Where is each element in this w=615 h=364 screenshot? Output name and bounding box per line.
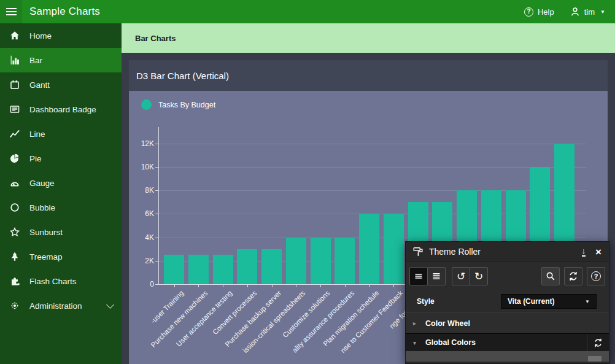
sidebar-item-pie[interactable]: Pie: [0, 146, 122, 171]
section-color-wheel[interactable]: ▸ Color Wheel: [406, 312, 609, 333]
x-axis-label: Convert processes: [211, 289, 258, 336]
redo-icon: ↻: [474, 271, 483, 282]
sidebar-item-label: Dashboard Badge: [29, 105, 113, 114]
x-axis-tick: [393, 284, 394, 287]
gridline: [158, 167, 586, 168]
bar[interactable]: [311, 238, 331, 284]
redo-button[interactable]: ↻: [470, 267, 488, 285]
sidebar-item-line[interactable]: Line: [0, 122, 122, 146]
color-swatch[interactable]: [588, 356, 601, 362]
user-menu-button[interactable]: tim ▼: [570, 7, 605, 17]
section-label: Global Colors: [425, 338, 587, 347]
line-chart-icon: [9, 129, 21, 139]
help-icon: ?: [591, 271, 601, 281]
sidebar-item-label: Bar: [29, 56, 113, 65]
global-colors-refresh-button[interactable]: [587, 334, 609, 351]
chevron-down-icon: ▾: [413, 339, 420, 346]
y-axis-label: 12K: [129, 140, 154, 147]
x-axis-tick: [272, 284, 273, 287]
sidebar-item-label: Pie: [29, 154, 113, 163]
paint-roller-icon: [413, 247, 424, 257]
undo-icon: ↺: [457, 271, 465, 282]
section-global-colors[interactable]: ▾ Global Colors: [406, 333, 609, 351]
sidebar-item-label: Administration: [29, 301, 107, 311]
theme-roller-titlebar[interactable]: Theme Roller ↓ ×: [406, 242, 609, 262]
help-button[interactable]: ?: [587, 267, 605, 285]
sidebar-item-treemap[interactable]: Treemap: [0, 244, 122, 269]
sidebar-item-bubble[interactable]: Bubble: [0, 195, 122, 220]
style-row: Style Vita (Current) ▼: [406, 290, 609, 312]
bar[interactable]: [384, 214, 404, 284]
hamburger-menu-button[interactable]: [0, 0, 22, 23]
sidebar-item-label: Gantt: [29, 80, 113, 90]
y-axis-label: 10K: [129, 163, 154, 171]
gantt-icon: [9, 80, 21, 90]
bar[interactable]: [335, 238, 355, 284]
sidebar-item-label: Line: [29, 130, 113, 139]
sidebar-item-sunburst[interactable]: Sunburst: [0, 220, 122, 244]
treemap-icon: [9, 252, 21, 261]
x-axis-tick: [174, 284, 175, 287]
y-axis-label: 0: [129, 281, 154, 288]
sidebar-item-label: Gauge: [29, 179, 113, 188]
sidebar-item-gauge[interactable]: Gauge: [0, 171, 122, 195]
breadcrumb: Bar Charts: [122, 23, 615, 53]
close-icon[interactable]: ×: [595, 247, 601, 257]
bar[interactable]: [188, 255, 209, 284]
sidebar-item-label: Bubble: [29, 203, 113, 212]
sunburst-icon: [9, 227, 21, 237]
hamburger-menu-icon: [6, 8, 17, 16]
refresh-icon: [594, 338, 603, 347]
bar-chart-icon: [9, 55, 21, 65]
search-button[interactable]: [541, 267, 560, 285]
y-axis-line: [158, 127, 159, 284]
bar[interactable]: [359, 214, 379, 284]
dialog-content-strip: [406, 351, 609, 362]
y-axis-label: 8K: [129, 187, 154, 194]
app-title: Sample Charts: [29, 6, 100, 18]
compact-view-button[interactable]: [409, 267, 428, 285]
bar[interactable]: [164, 255, 184, 284]
theme-roller-toolbar: ↺ ↻ ?: [406, 262, 609, 290]
undo-button[interactable]: ↺: [452, 267, 470, 285]
bar[interactable]: [237, 249, 257, 284]
sidebar-item-label: Treemap: [29, 252, 113, 261]
sidebar-item-administration[interactable]: Administration: [0, 293, 122, 318]
x-axis-tick: [198, 284, 199, 287]
refresh-button[interactable]: [564, 267, 582, 285]
download-icon[interactable]: ↓: [582, 247, 586, 257]
comfortable-view-button[interactable]: [427, 267, 446, 285]
help-button[interactable]: ? Help: [524, 7, 554, 17]
sidebar-item-label: Sunburst: [29, 228, 113, 237]
chevron-right-icon: ▸: [413, 320, 420, 327]
user-icon: [570, 7, 580, 17]
sidebar-item-label: Home: [29, 31, 113, 41]
style-select[interactable]: Vita (Current) ▼: [501, 294, 597, 309]
bubble-icon: [9, 203, 21, 212]
style-label: Style: [417, 297, 435, 306]
sidebar-item-label: Flash Charts: [29, 277, 113, 286]
home-icon: [9, 31, 21, 41]
bar[interactable]: [261, 249, 282, 284]
sidebar-item-flash-charts[interactable]: Flash Charts: [0, 269, 122, 293]
bar[interactable]: [286, 238, 306, 284]
chevron-down-icon: [106, 301, 114, 309]
bar[interactable]: [213, 255, 233, 284]
sidebar-item-gantt[interactable]: Gantt: [0, 72, 122, 97]
sidebar-item-dashboard-badge[interactable]: Dashboard Badge: [0, 97, 122, 122]
y-axis-label: 4K: [129, 234, 154, 241]
gridline: [158, 144, 586, 144]
caret-down-icon: ▼: [585, 299, 590, 304]
sidebar-item-bar[interactable]: Bar: [0, 48, 122, 72]
sidebar-item-home[interactable]: Home: [0, 23, 122, 48]
flash-charts-icon: [9, 276, 21, 286]
x-axis-tick: [223, 284, 223, 287]
chart-panel-title: D3 Bar Chart (Vertical): [129, 60, 608, 91]
x-axis-tick: [320, 284, 321, 287]
y-axis-label: 6K: [129, 210, 154, 217]
x-axis-tick: [296, 284, 296, 287]
refresh-icon: [568, 271, 578, 281]
help-icon: ?: [524, 7, 533, 17]
x-axis-tick: [345, 284, 346, 287]
dashboard-badge-icon: [9, 104, 21, 114]
